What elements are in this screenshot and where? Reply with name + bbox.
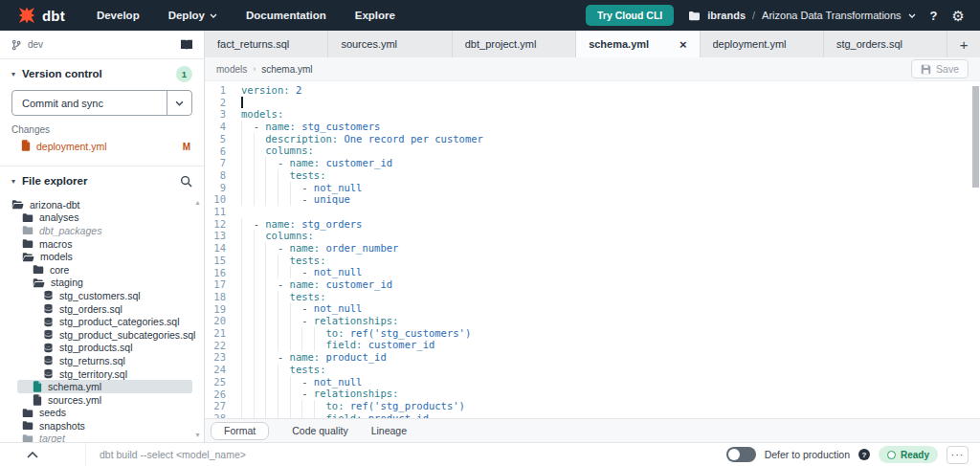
tree-item-core[interactable]: core [0,263,204,277]
tree-item-stg-returns-sql[interactable]: stg_returns.sql [0,354,204,367]
commit-and-sync-button[interactable]: Commit and sync [11,90,192,116]
tab-lineage[interactable]: Lineage [371,425,407,436]
account-project-selector[interactable]: ibrands / Arizona Data Transformations [688,10,915,21]
scrollbar-thumb[interactable] [972,86,979,188]
tree-item-schema-yml[interactable]: schema.yml [17,380,192,393]
code-line[interactable]: columns: [241,230,969,242]
code-line[interactable]: to: ref('stg_products') [241,400,969,412]
nav-item-deploy[interactable]: Deploy [154,0,232,31]
tree-item-stg-product-subcategories-sql[interactable]: stg_product_subcategories.sql [0,328,204,342]
info-icon[interactable]: ? [858,449,870,460]
version-control-header[interactable]: ▾ Version control 1 [0,59,204,88]
tree-item-staging[interactable]: staging [0,277,204,290]
code-line[interactable] [241,206,969,218]
tree-item-models[interactable]: models [0,250,204,263]
dbt-logo[interactable]: dbt [0,6,82,25]
git-branch-icon [11,39,22,51]
code-line[interactable]: - name: stg_customers [241,121,969,133]
code-line[interactable]: - unique [241,193,969,206]
expand-command-panel-button[interactable] [0,443,86,466]
tree-item-arizona-dbt[interactable]: arizona-dbt [0,198,204,211]
commit-options-dropdown[interactable] [167,91,191,115]
defer-to-production-toggle[interactable] [726,447,756,462]
tree-item-sources-yml[interactable]: sources.yml [0,393,204,407]
close-icon[interactable]: × [679,38,687,51]
nav-item-explore[interactable]: Explore [341,0,410,31]
tab-sources-yml[interactable]: sources.yml [328,31,452,57]
code-line[interactable]: - relationships: [241,315,969,327]
code-line[interactable]: tests: [241,291,969,303]
code-line[interactable]: - not_null [241,302,969,315]
line-number: 11 [205,206,226,218]
command-input[interactable]: dbt build --select <model_name> [86,449,246,460]
code-line[interactable]: version: 2 [241,84,969,97]
tree-item-stg-territory-sql[interactable]: stg_territory.sql [0,367,204,381]
line-number: 3 [205,108,226,121]
more-options-button[interactable]: ··· [947,446,969,464]
tab-code-quality[interactable]: Code quality [292,425,347,436]
scroll-down-icon[interactable]: ▼ [194,432,201,438]
code-line[interactable] [241,97,969,109]
code-line[interactable]: to: ref('stg_customers') [241,327,969,340]
code-line[interactable]: - name: order_number [241,242,969,255]
code-line[interactable]: columns: [241,144,969,157]
tree-item-stg-product-categories-sql[interactable]: stg_product_categories.sql [0,315,204,328]
tab-label: fact_returns.sql [217,38,315,50]
tab-deployment-yml[interactable]: deployment.yml [701,31,824,57]
tree-item-label: target [39,433,65,442]
nav-item-documentation[interactable]: Documentation [232,0,341,31]
tab-schema-yml[interactable]: schema.yml× [576,31,700,57]
save-button[interactable]: Save [911,59,969,78]
tree-item-stg-orders-sql[interactable]: stg_orders.sql [0,302,204,316]
gear-icon[interactable]: ⚙ [952,9,965,23]
code-line[interactable]: tests: [241,364,969,376]
scroll-up-icon[interactable]: ▲ [194,199,201,206]
code-line[interactable]: - not_null [241,376,969,388]
tree-item-label: staging [51,277,83,288]
code-editor[interactable]: 1234567891011121314151617181920212223242… [205,81,980,418]
search-icon[interactable] [180,175,192,188]
code-line[interactable]: - name: product_id [241,351,969,364]
code-line[interactable]: description: One record per customer [241,133,969,145]
try-cloud-cli-button[interactable]: Try Cloud CLI [586,5,674,26]
docs-book-icon[interactable] [180,39,193,51]
line-number: 20 [205,315,226,327]
code-line[interactable]: field: customer_id [241,339,969,351]
tree-item-snapshots[interactable]: snapshots [0,419,204,433]
code-line[interactable]: tests: [241,169,969,182]
tree-item-analyses[interactable]: analyses [0,211,204,225]
tab-stg-orders-sql[interactable]: stg_orders.sql [824,31,947,57]
code-line[interactable]: models: [241,108,969,121]
editor-scrollbar[interactable] [971,81,980,418]
code-line[interactable]: tests: [241,255,969,267]
file-explorer-header[interactable]: ▾ File explorer [0,166,204,195]
tab-fact-returns-sql[interactable]: fact_returns.sql [205,31,328,57]
tree-item-seeds[interactable]: seeds [0,407,204,420]
changed-file-deployment-yml[interactable]: deployment.yml M [0,138,204,155]
tree-item-dbt-packages[interactable]: dbt_packages [0,224,204,237]
defer-to-production-label: Defer to production [765,449,850,460]
editor-bottom-panel: Format Code quality Lineage [205,418,980,442]
tree-item-macros[interactable]: macros [0,237,204,251]
breadcrumb: models › schema.yml [216,64,313,75]
code-line[interactable]: - not_null [241,182,969,194]
code-line[interactable]: - name: customer_id [241,157,969,169]
help-icon[interactable]: ? [930,9,938,23]
code-line[interactable]: - name: stg_orders [241,218,969,231]
branch-name[interactable]: dev [28,39,43,50]
code-line[interactable]: - relationships: [241,388,969,400]
changes-count-badge: 1 [176,66,192,82]
tree-item-stg-customers-sql[interactable]: stg_customers.sql [0,289,204,302]
code-line[interactable]: - name: customer_id [241,278,969,291]
format-button[interactable]: Format [211,422,269,440]
new-tab-button[interactable]: + [947,31,980,57]
code-lines[interactable]: version: 2models:- name: stg_customersde… [241,84,969,418]
code-line[interactable]: field: product_id [241,412,969,418]
tree-item-target[interactable]: target [0,433,204,442]
tree-item-label: stg_product_subcategories.sql [59,329,195,341]
tab-dbt-project-yml[interactable]: dbt_project.yml [453,31,576,57]
ready-status-badge[interactable]: Ready [879,446,938,463]
code-line[interactable]: - not_null [241,266,969,278]
nav-item-develop[interactable]: Develop [82,0,154,31]
tree-item-stg-products-sql[interactable]: stg_products.sql [0,342,204,355]
